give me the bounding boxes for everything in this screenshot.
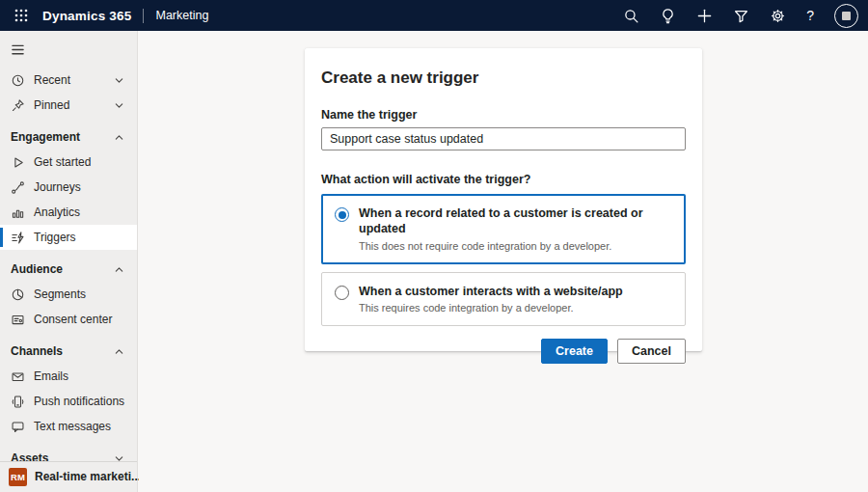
- hamburger-menu-icon[interactable]: [0, 31, 137, 68]
- add-icon[interactable]: [696, 8, 713, 24]
- sidebar-item-label: Consent center: [34, 313, 112, 326]
- sidebar-item-label: Emails: [34, 369, 68, 383]
- avatar-image: [842, 12, 851, 20]
- sidebar-item-text-messages[interactable]: Text messages: [0, 414, 137, 439]
- sidebar-section-audience[interactable]: Audience: [0, 257, 137, 282]
- radio-dot: [339, 211, 346, 219]
- chevron-down-icon: [114, 75, 124, 86]
- option-title: When a customer interacts with a website…: [359, 284, 623, 299]
- waffle-icon[interactable]: [0, 0, 42, 31]
- sidebar-item-label: Segments: [34, 287, 86, 301]
- sidebar-section-label: Audience: [11, 262, 63, 276]
- sidebar-item-journeys[interactable]: Journeys: [0, 175, 137, 200]
- play-icon: [10, 154, 25, 170]
- sidebar-section-channels[interactable]: Channels: [0, 339, 137, 364]
- sidebar-item-analytics[interactable]: Analytics: [0, 200, 137, 225]
- sidebar-item-segments[interactable]: Segments: [0, 282, 137, 307]
- chevron-up-icon: [114, 132, 124, 143]
- phone-notification-icon: [10, 394, 25, 409]
- brand-title[interactable]: Dynamics 365: [42, 9, 131, 23]
- option-description: This does not require code integration b…: [359, 240, 673, 252]
- main-content-area: Create a new trigger Name the trigger Wh…: [139, 31, 868, 492]
- lightbulb-icon[interactable]: [660, 8, 676, 24]
- option-title: When a record related to a customer is c…: [359, 205, 673, 237]
- chevron-up-icon: [114, 346, 124, 357]
- create-button[interactable]: Create: [541, 339, 608, 364]
- sidebar-item-get-started[interactable]: Get started: [0, 150, 137, 175]
- envelope-icon: [10, 369, 25, 384]
- trigger-name-input[interactable]: [321, 127, 686, 150]
- radio-selected[interactable]: [335, 207, 349, 222]
- sidebar-section-label: Assets: [11, 451, 48, 461]
- sidebar-item-label: Text messages: [34, 420, 111, 433]
- help-icon[interactable]: ?: [806, 8, 814, 23]
- sidebar-item-label: Recent: [34, 73, 70, 87]
- journey-route-icon: [10, 179, 25, 195]
- chevron-down-icon: [114, 453, 124, 461]
- action-question-label: What action will activate the trigger?: [321, 173, 686, 186]
- pin-icon: [10, 97, 25, 113]
- sidebar-section-label: Engagement: [11, 130, 80, 144]
- chevron-up-icon: [114, 264, 124, 275]
- sidebar-item-recent[interactable]: Recent: [0, 68, 137, 93]
- option-customer-interacts[interactable]: When a customer interacts with a website…: [321, 272, 686, 326]
- sidebar-item-label: Pinned: [34, 98, 69, 112]
- sidebar-section-label: Channels: [11, 344, 63, 358]
- settings-gear-icon[interactable]: [770, 8, 786, 24]
- option-record-related[interactable]: When a record related to a customer is c…: [321, 194, 686, 264]
- cancel-button[interactable]: Cancel: [617, 339, 686, 364]
- sidebar-item-push-notifications[interactable]: Push notifications: [0, 389, 137, 414]
- bar-chart-icon: [10, 205, 25, 220]
- area-switcher-label: Real-time marketi...: [35, 470, 141, 483]
- sidebar-item-consent-center[interactable]: Consent center: [0, 307, 137, 332]
- search-icon[interactable]: [623, 8, 639, 24]
- sidebar-item-triggers[interactable]: Triggers: [0, 225, 137, 250]
- sidebar-item-label: Push notifications: [34, 395, 124, 408]
- chat-bubble-icon: [10, 419, 25, 434]
- sidebar-item-label: Get started: [34, 155, 91, 169]
- segments-pie-icon: [10, 287, 25, 302]
- name-field-label: Name the trigger: [321, 108, 686, 122]
- sidebar-item-label: Analytics: [34, 205, 80, 219]
- filter-icon[interactable]: [733, 8, 749, 24]
- sidebar-item-label: Journeys: [34, 180, 81, 194]
- trigger-lightning-icon: [10, 230, 25, 245]
- sidebar-item-label: Triggers: [34, 231, 76, 244]
- topbar-divider: [143, 9, 144, 23]
- radio-unselected[interactable]: [335, 286, 349, 300]
- app-top-bar: Dynamics 365 Marketing ?: [0, 0, 868, 31]
- consent-card-icon: [10, 312, 25, 327]
- user-avatar[interactable]: [834, 4, 858, 28]
- sidebar-item-pinned[interactable]: Pinned: [0, 93, 137, 118]
- sidebar-item-emails[interactable]: Emails: [0, 364, 137, 389]
- site-map-sidebar: Recent Pinned Engagement: [0, 31, 138, 492]
- option-description: This requires code integration by a deve…: [359, 302, 623, 314]
- create-trigger-dialog: Create a new trigger Name the trigger Wh…: [305, 48, 702, 351]
- area-badge: RM: [9, 468, 27, 486]
- clock-icon: [10, 72, 25, 88]
- sidebar-section-assets[interactable]: Assets: [0, 446, 137, 461]
- app-name[interactable]: Marketing: [155, 9, 208, 22]
- sidebar-section-engagement[interactable]: Engagement: [0, 124, 137, 150]
- chevron-down-icon: [114, 100, 124, 111]
- dialog-title: Create a new trigger: [321, 68, 686, 88]
- area-switcher[interactable]: RM Real-time marketi...: [0, 461, 137, 492]
